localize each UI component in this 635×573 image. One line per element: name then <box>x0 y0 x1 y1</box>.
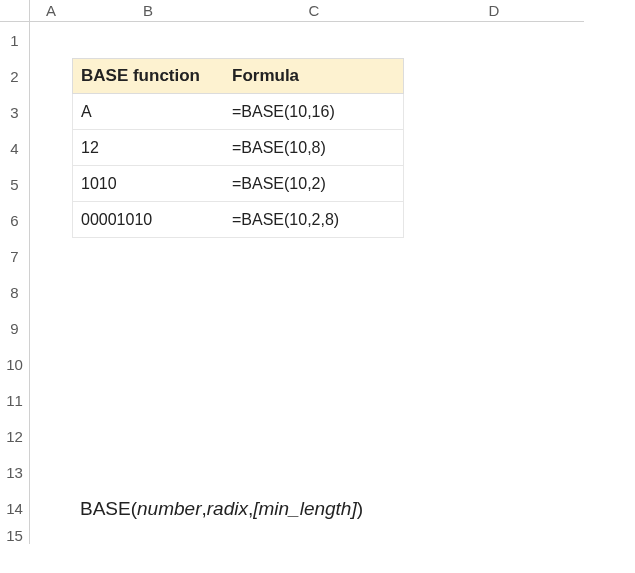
cell-C4[interactable]: =BASE(10,8) <box>224 130 404 166</box>
spreadsheet-grid: A B C D 1 2 BASE function Formula 3 A =B… <box>0 0 584 544</box>
cell-D2[interactable] <box>404 58 584 94</box>
cell-A7[interactable] <box>30 238 72 274</box>
cell-D6[interactable] <box>404 202 584 238</box>
cell-D4[interactable] <box>404 130 584 166</box>
cell-A11[interactable] <box>30 382 72 418</box>
cell-D9[interactable] <box>404 310 584 346</box>
cell-C13[interactable] <box>224 454 404 490</box>
row-header-15[interactable]: 15 <box>0 526 30 544</box>
cell-B15[interactable] <box>72 526 224 544</box>
cell-C15[interactable] <box>224 526 404 544</box>
row-header-4[interactable]: 4 <box>0 130 30 166</box>
cell-C7[interactable] <box>224 238 404 274</box>
cell-C5[interactable]: =BASE(10,2) <box>224 166 404 202</box>
table-header-formula[interactable]: Formula <box>224 58 404 94</box>
cell-A1[interactable] <box>30 22 72 58</box>
cell-B11[interactable] <box>72 382 224 418</box>
cell-C12[interactable] <box>224 418 404 454</box>
row-header-1[interactable]: 1 <box>0 22 30 58</box>
row-header-11[interactable]: 11 <box>0 382 30 418</box>
cell-B4[interactable]: 12 <box>72 130 224 166</box>
cell-B3[interactable]: A <box>72 94 224 130</box>
row-header-9[interactable]: 9 <box>0 310 30 346</box>
cell-D15[interactable] <box>404 526 584 544</box>
cell-B5[interactable]: 1010 <box>72 166 224 202</box>
cell-A15[interactable] <box>30 526 72 544</box>
col-header-D[interactable]: D <box>404 0 584 22</box>
col-header-B[interactable]: B <box>72 0 224 22</box>
cell-C9[interactable] <box>224 310 404 346</box>
table-header-base[interactable]: BASE function <box>72 58 224 94</box>
row-header-8[interactable]: 8 <box>0 274 30 310</box>
cell-B12[interactable] <box>72 418 224 454</box>
cell-A2[interactable] <box>30 58 72 94</box>
cell-C8[interactable] <box>224 274 404 310</box>
cell-B9[interactable] <box>72 310 224 346</box>
cell-B7[interactable] <box>72 238 224 274</box>
cell-D12[interactable] <box>404 418 584 454</box>
cell-B8[interactable] <box>72 274 224 310</box>
cell-A10[interactable] <box>30 346 72 382</box>
cell-D7[interactable] <box>404 238 584 274</box>
row-header-12[interactable]: 12 <box>0 418 30 454</box>
syntax-close: ) <box>357 498 363 520</box>
row-header-7[interactable]: 7 <box>0 238 30 274</box>
cell-D8[interactable] <box>404 274 584 310</box>
cell-A9[interactable] <box>30 310 72 346</box>
cell-A3[interactable] <box>30 94 72 130</box>
cell-C6[interactable]: =BASE(10,2,8) <box>224 202 404 238</box>
cell-D13[interactable] <box>404 454 584 490</box>
row-header-10[interactable]: 10 <box>0 346 30 382</box>
cell-B13[interactable] <box>72 454 224 490</box>
row-header-5[interactable]: 5 <box>0 166 30 202</box>
select-all-corner[interactable] <box>0 0 30 22</box>
syntax-arg-number: number <box>137 498 201 520</box>
cell-C11[interactable] <box>224 382 404 418</box>
cell-D14[interactable] <box>404 490 584 526</box>
row-header-3[interactable]: 3 <box>0 94 30 130</box>
cell-A12[interactable] <box>30 418 72 454</box>
cell-A8[interactable] <box>30 274 72 310</box>
syntax-fn: BASE( <box>80 498 137 520</box>
cell-D5[interactable] <box>404 166 584 202</box>
cell-C10[interactable] <box>224 346 404 382</box>
cell-B6[interactable]: 00001010 <box>72 202 224 238</box>
cell-D3[interactable] <box>404 94 584 130</box>
cell-B10[interactable] <box>72 346 224 382</box>
row-header-6[interactable]: 6 <box>0 202 30 238</box>
syntax-text: BASE( number , radix , [min_length] ) <box>80 498 363 520</box>
cell-D11[interactable] <box>404 382 584 418</box>
cell-B1[interactable] <box>72 22 224 58</box>
cell-A4[interactable] <box>30 130 72 166</box>
syntax-arg-radix: radix <box>207 498 248 520</box>
row-header-2[interactable]: 2 <box>0 58 30 94</box>
cell-D10[interactable] <box>404 346 584 382</box>
row-header-14[interactable]: 14 <box>0 490 30 526</box>
cell-A5[interactable] <box>30 166 72 202</box>
cell-A13[interactable] <box>30 454 72 490</box>
cell-A6[interactable] <box>30 202 72 238</box>
cell-A14[interactable] <box>30 490 72 526</box>
row-header-13[interactable]: 13 <box>0 454 30 490</box>
cell-D1[interactable] <box>404 22 584 58</box>
syntax-arg-minlen: [min_length] <box>253 498 357 520</box>
cell-C3[interactable]: =BASE(10,16) <box>224 94 404 130</box>
col-header-C[interactable]: C <box>224 0 404 22</box>
col-header-A[interactable]: A <box>30 0 72 22</box>
cell-C1[interactable] <box>224 22 404 58</box>
